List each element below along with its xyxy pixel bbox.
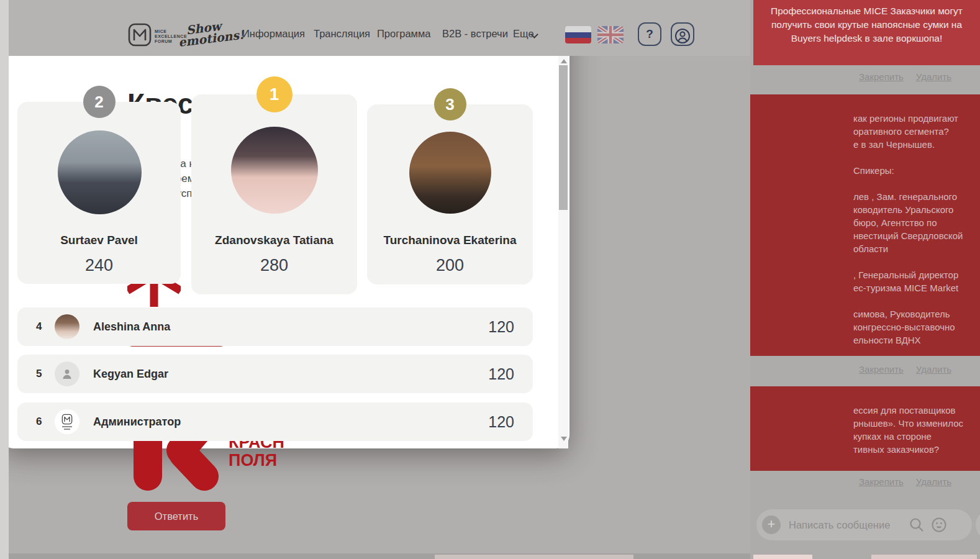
attach-plus-button[interactable]: + xyxy=(762,516,781,534)
brand-tagline: Show emotions! xyxy=(176,19,232,48)
mice-logo-icon xyxy=(61,414,73,425)
mice-logo-text xyxy=(62,426,72,427)
participant-name: Turchaninova Ekaterina xyxy=(367,234,533,247)
message-actions: Закрепить Удалить xyxy=(859,71,951,82)
message-actions: Закрепить Удалить xyxy=(859,476,951,487)
flag-stripe xyxy=(565,26,591,32)
below-fold-patch xyxy=(435,555,633,559)
participant-name: Администратор xyxy=(93,402,181,441)
participant-name: Zdanovskaya Tatiana xyxy=(191,234,357,247)
rating-row: 5 Kegyan Edgar 120 xyxy=(17,355,533,393)
top3-card-rank3: 3 Turchaninova Ekaterina 200 xyxy=(367,104,533,284)
rank-badge: 1 xyxy=(256,76,293,112)
person-icon xyxy=(60,367,74,381)
help-button[interactable]: ? xyxy=(638,22,661,46)
profile-icon xyxy=(674,28,691,44)
below-fold-patch xyxy=(871,555,977,559)
delete-link[interactable]: Удалить xyxy=(916,476,951,487)
chat-message-input[interactable] xyxy=(789,509,913,540)
nav-programma[interactable]: Программа xyxy=(377,28,430,40)
chat-send-button[interactable] xyxy=(976,509,980,540)
participant-name: Aleshina Anna xyxy=(93,307,170,346)
chat-message: ессия для поставщиков рнышев». Что измен… xyxy=(750,386,980,471)
flag-stripe xyxy=(565,38,591,43)
row-rank: 5 xyxy=(36,355,42,393)
participant-score: 120 xyxy=(488,402,514,441)
mice-logo-avatar xyxy=(55,409,79,434)
answer-button-2[interactable]: Ответить xyxy=(127,502,225,530)
flag-stripe xyxy=(565,32,591,38)
participant-name: Surtaev Pavel xyxy=(17,234,181,247)
avatar xyxy=(58,130,142,214)
rating-row: 4 Aleshina Anna 120 xyxy=(17,307,533,346)
participant-score: 280 xyxy=(191,256,357,275)
avatar-placeholder xyxy=(55,361,79,386)
row-rank: 4 xyxy=(36,307,42,346)
pinned-chat-message: Профессиональные MICE Заказчики могут по… xyxy=(753,0,980,65)
top3-card-rank2: 2 Surtaev Pavel 240 xyxy=(17,102,181,284)
delete-link[interactable]: Удалить xyxy=(916,71,951,82)
below-fold-content-edge xyxy=(9,553,750,559)
search-icon[interactable] xyxy=(909,517,925,533)
rank-badge: 3 xyxy=(434,88,466,120)
avatar xyxy=(231,127,318,214)
rank-badge: 2 xyxy=(83,86,116,118)
pin-link[interactable]: Закрепить xyxy=(859,71,904,82)
uk-flag-button[interactable] xyxy=(597,26,624,43)
profile-button[interactable] xyxy=(671,22,694,46)
mice-logo-text xyxy=(64,429,70,430)
mice-logo-icon xyxy=(127,22,152,47)
scroll-up-icon[interactable] xyxy=(561,59,567,63)
chat-message: как регионы продвигают оративного сегмен… xyxy=(750,94,980,356)
pin-link[interactable]: Закрепить xyxy=(859,364,904,375)
nav-translyatsiya[interactable]: Трансляция xyxy=(314,28,370,40)
pin-link[interactable]: Закрепить xyxy=(859,476,904,487)
russian-flag-button[interactable] xyxy=(565,26,591,43)
chat-sidebar: Профессиональные MICE Заказчики могут по… xyxy=(750,0,980,559)
avatar xyxy=(409,132,491,214)
site-header: MICE EXCELLENCE FORUM Show emotions! Инф… xyxy=(0,0,750,56)
chat-message-text: как регионы продвигают оративного сегмен… xyxy=(853,112,980,347)
scrollbar-thumb[interactable] xyxy=(559,65,568,210)
participant-score: 240 xyxy=(17,256,181,275)
participant-score: 200 xyxy=(367,256,533,275)
avatar xyxy=(55,314,79,339)
rating-row: 6 Администратор 120 xyxy=(17,402,533,441)
emoji-icon[interactable] xyxy=(931,517,947,533)
participant-name: Kegyan Edgar xyxy=(93,355,168,393)
row-rank: 6 xyxy=(36,402,42,441)
window-edge xyxy=(0,0,9,559)
chat-input-bar: + xyxy=(756,509,972,540)
below-fold-patch xyxy=(753,555,812,559)
scroll-down-icon[interactable] xyxy=(561,437,567,441)
participant-score: 120 xyxy=(488,307,514,346)
rating-modal: Рейтинг ✕ 2 Surtaev Pavel 240 1 Zdanovsk… xyxy=(0,0,569,448)
participant-score: 120 xyxy=(488,355,514,393)
top3-card-rank1: 1 Zdanovskaya Tatiana 280 xyxy=(191,94,357,294)
chat-message-text: ессия для поставщиков рнышев». Что измен… xyxy=(853,404,980,456)
nav-informatsiya[interactable]: Информация xyxy=(242,28,305,40)
nav-b2b-vstrechi[interactable]: B2B - встречи xyxy=(442,28,508,40)
message-actions: Закрепить Удалить xyxy=(859,364,951,375)
delete-link[interactable]: Удалить xyxy=(916,364,951,375)
